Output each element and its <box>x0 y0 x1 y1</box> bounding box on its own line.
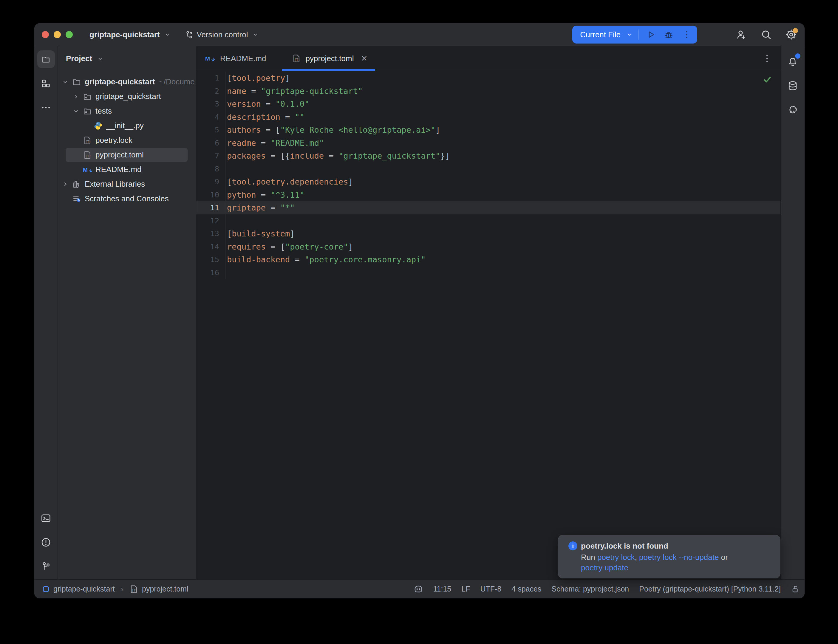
code-line-11[interactable]: 11griptape = "*" <box>196 201 780 214</box>
more-run-options-icon[interactable] <box>680 28 693 41</box>
close-icon[interactable]: ✕ <box>361 54 367 62</box>
tree-item-label: External Libraries <box>85 179 145 189</box>
tool-stripe-button-project[interactable] <box>37 50 55 68</box>
code-text: [tool.poetry] <box>225 72 780 85</box>
code-line-2[interactable]: 2name = "griptape-quickstart" <box>196 85 780 98</box>
search-icon[interactable] <box>761 29 772 40</box>
copilot-status-icon[interactable] <box>414 584 423 594</box>
tool-stripe-button-ai-assistant[interactable] <box>784 101 802 119</box>
code-line-3[interactable]: 3version = "0.1.0" <box>196 97 780 111</box>
tree-item-tests[interactable]: tests <box>58 104 196 118</box>
tree-item-scratches-and-consoles[interactable]: Scratches and Consoles <box>58 191 196 206</box>
tree-item-griptape-quickstart[interactable]: griptape-quickstart~/Docume <box>58 74 196 89</box>
editor-options-icon[interactable] <box>762 53 772 64</box>
minimize-button[interactable] <box>54 31 61 38</box>
tree-item-external-libraries[interactable]: External Libraries <box>58 177 196 191</box>
breadcrumb-file[interactable]: pyproject.toml <box>142 585 189 593</box>
line-separator[interactable]: LF <box>461 585 470 593</box>
link-poetry-update[interactable]: poetry update <box>581 563 628 572</box>
toml-file-icon[interactable]: [T] <box>130 585 138 594</box>
chevron-down-icon[interactable] <box>61 78 72 86</box>
tool-stripe-button-version-control[interactable] <box>37 557 55 575</box>
tool-stripe-button-database[interactable] <box>784 77 802 95</box>
tab-pyproject-toml[interactable]: [T]pyproject.toml✕ <box>282 46 375 71</box>
run-icon[interactable] <box>644 28 657 41</box>
code-line-7[interactable]: 7packages = [{include = "griptape_quicks… <box>196 150 780 163</box>
notification-title: poetry.lock is not found <box>581 541 668 551</box>
code-line-9[interactable]: 9[tool.poetry.dependencies] <box>196 175 780 189</box>
tree-item-readme-md[interactable]: MREADME.md <box>58 162 196 177</box>
line-number: 16 <box>196 268 219 277</box>
tree-item-init-py[interactable]: __init__.py <box>58 118 196 133</box>
titlebar-actions <box>735 29 797 40</box>
line-number: 4 <box>196 113 219 122</box>
chevron-down-icon[interactable] <box>625 31 633 38</box>
code-line-6[interactable]: 6readme = "README.md" <box>196 136 780 150</box>
tool-stripe-button-terminal[interactable] <box>37 509 55 527</box>
status-bar: griptape-quickstart›[T]pyproject.toml 11… <box>34 579 805 598</box>
tool-stripe-button-problems[interactable] <box>37 533 55 551</box>
project-widget[interactable]: griptape-quickstart <box>89 30 171 39</box>
vcs-widget[interactable]: Version control <box>185 30 260 39</box>
chevron-right-icon[interactable] <box>72 93 83 100</box>
code-line-12[interactable]: 12 <box>196 214 780 227</box>
code-line-10[interactable]: 10python = "^3.11" <box>196 189 780 202</box>
notification-text-line: poetry update <box>581 563 772 573</box>
module-icon[interactable] <box>42 585 50 593</box>
tree-item-pyproject-toml[interactable]: [T]pyproject.toml <box>58 148 196 162</box>
code-line-13[interactable]: 13[build-system] <box>196 227 780 240</box>
code-text: readme = "README.md" <box>225 136 780 150</box>
code-text <box>225 266 780 279</box>
line-number: 2 <box>196 87 219 95</box>
tool-stripe-button-notifications[interactable] <box>784 53 802 71</box>
breadcrumb-project[interactable]: griptape-quickstart <box>53 585 115 593</box>
json-schema[interactable]: Schema: pyproject.json <box>551 585 629 593</box>
indent-size[interactable]: 4 spaces <box>511 585 541 593</box>
code-text: name = "griptape-quickstart" <box>225 85 780 98</box>
tab-label: pyproject.toml <box>306 54 354 63</box>
inspections-ok-icon[interactable] <box>762 75 772 84</box>
code-line-5[interactable]: 5authors = ["Kyle Roche <hello@griptape.… <box>196 123 780 136</box>
chevron-right-icon[interactable] <box>61 181 72 188</box>
link-poetry-lock[interactable]: poetry lock <box>597 553 635 562</box>
main-area: Project griptape-quickstart~/Documegript… <box>34 46 805 579</box>
tree-item-label: __init__.py <box>106 121 144 130</box>
code-line-1[interactable]: 1[tool.poetry] <box>196 72 780 85</box>
chevron-down-icon[interactable] <box>72 107 83 115</box>
unlock-icon[interactable] <box>791 585 800 594</box>
run-config-selector[interactable]: Current File <box>580 30 621 39</box>
python-interpreter[interactable]: Poetry (griptape-quickstart) [Python 3.1… <box>639 585 781 593</box>
left-tool-stripe <box>34 46 58 579</box>
file-encoding[interactable]: UTF-8 <box>480 585 501 593</box>
svg-text:[T]: [T] <box>85 140 91 144</box>
code-with-me-icon[interactable] <box>735 29 747 40</box>
code-line-15[interactable]: 15build-backend = "poetry.core.masonry.a… <box>196 253 780 266</box>
settings-button[interactable] <box>785 29 797 40</box>
git-branch-icon <box>185 30 193 39</box>
code-line-4[interactable]: 4description = "" <box>196 111 780 124</box>
notification-body: Run poetry lock, poetry lock --no-update… <box>581 552 772 573</box>
tool-stripe-button-more-tool-windows[interactable] <box>37 99 55 116</box>
project-panel-header[interactable]: Project <box>58 46 196 71</box>
tree-item-label: pyproject.toml <box>95 150 144 159</box>
tree-item-label: README.md <box>95 165 142 174</box>
code-line-14[interactable]: 14requires = ["poetry-core"] <box>196 240 780 253</box>
link-poetry-lock-no-update[interactable]: poetry lock --no-update <box>639 553 719 562</box>
code-line-8[interactable]: 8 <box>196 163 780 176</box>
debug-icon[interactable] <box>662 28 675 41</box>
svg-text:M: M <box>83 167 88 173</box>
tab-readme-md[interactable]: MREADME.md <box>196 46 282 71</box>
markdown-icon: M <box>83 166 95 174</box>
code-line-16[interactable]: 16 <box>196 266 780 279</box>
code-editor[interactable]: 1[tool.poetry]2name = "griptape-quicksta… <box>196 71 780 579</box>
tool-stripe-button-structure[interactable] <box>37 74 55 92</box>
ide-window: griptape-quickstart Version control Curr… <box>34 23 805 598</box>
close-button[interactable] <box>42 31 49 38</box>
zoom-button[interactable] <box>66 31 73 38</box>
tree-item-poetry-lock[interactable]: [T]poetry.lock <box>58 133 196 148</box>
tree-item-griptape-quickstart[interactable]: griptape_quickstart <box>58 89 196 104</box>
editor-tab-bar: MREADME.md[T]pyproject.toml✕ <box>196 46 780 71</box>
caret-position[interactable]: 11:15 <box>433 585 452 593</box>
vcs-widget-label: Version control <box>197 30 248 39</box>
chevron-down-icon <box>251 31 259 38</box>
